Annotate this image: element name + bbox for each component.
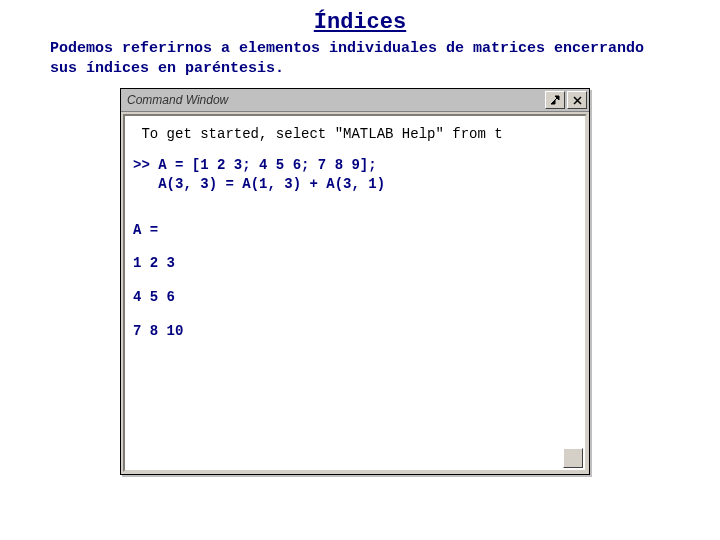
output-row-2: 4 5 6	[133, 289, 175, 305]
input-line-1: A = [1 2 3; 4 5 6; 7 8 9];	[158, 157, 376, 173]
command-window: Command Window To get started, select "M…	[120, 88, 590, 475]
command-input: >> A = [1 2 3; 4 5 6; 7 8 9]; A(3, 3) = …	[133, 156, 577, 194]
output-row-1: 1 2 3	[133, 255, 175, 271]
command-output: A = 1 2 3 4 5 6 7 8 10	[133, 214, 577, 348]
output-row-3: 7 8 10	[133, 323, 183, 339]
scroll-corner	[563, 448, 583, 468]
hint-text: To get started, select "MATLAB Help" fro…	[133, 126, 577, 142]
page-title: Índices	[0, 10, 720, 35]
page-description: Podemos referirnos a elementos individua…	[50, 39, 670, 78]
dock-button[interactable]	[545, 91, 565, 109]
output-var: A =	[133, 222, 158, 238]
prompt: >>	[133, 157, 150, 173]
client-area[interactable]: To get started, select "MATLAB Help" fro…	[123, 114, 587, 472]
titlebar-text: Command Window	[123, 93, 543, 107]
close-button[interactable]	[567, 91, 587, 109]
input-line-2: A(3, 3) = A(1, 3) + A(3, 1)	[158, 176, 385, 192]
titlebar: Command Window	[121, 89, 589, 112]
